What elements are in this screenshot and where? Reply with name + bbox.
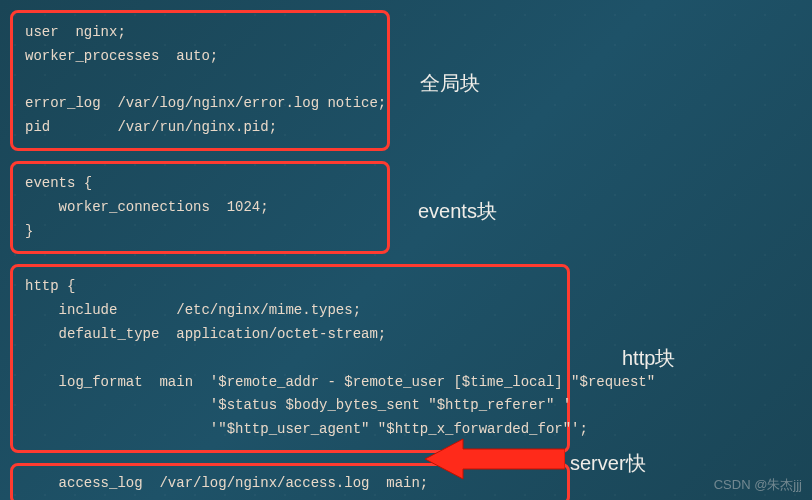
watermark: CSDN @朱杰jjj: [714, 476, 802, 494]
server-label: server快: [570, 450, 646, 477]
global-block: user nginx; worker_processes auto; error…: [10, 10, 390, 151]
global-label: 全局块: [420, 70, 480, 97]
http-block: http { include /etc/nginx/mime.types; de…: [10, 264, 570, 453]
events-block: events { worker_connections 1024; }: [10, 161, 390, 254]
events-label: events块: [418, 198, 497, 225]
config-diagram: user nginx; worker_processes auto; error…: [0, 0, 812, 500]
svg-marker-0: [425, 439, 565, 479]
http-label: http块: [622, 345, 675, 372]
arrow-icon: [425, 435, 565, 483]
